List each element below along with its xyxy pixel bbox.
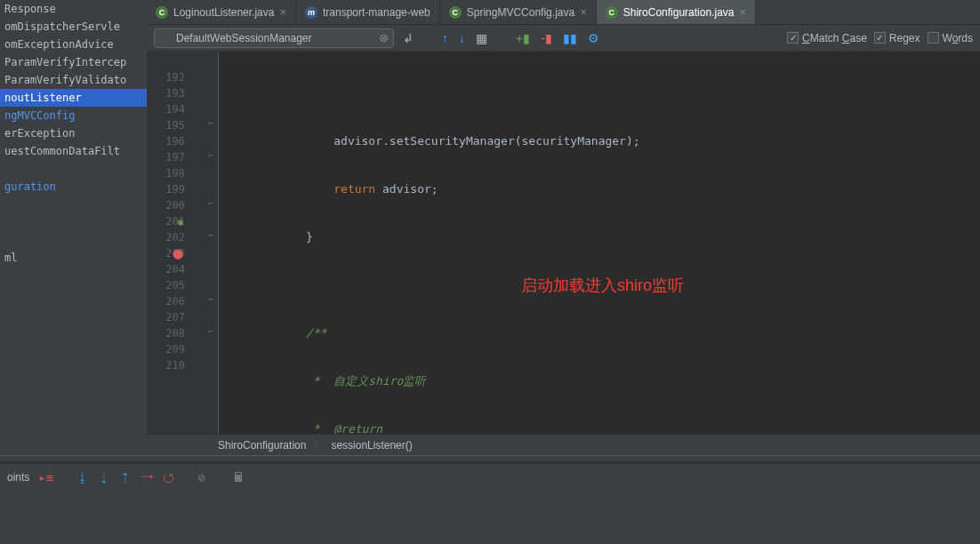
match-case-checkbox[interactable]: ✓CMatch CaseMatch Case	[787, 32, 867, 44]
code-line[interactable]: }	[219, 229, 980, 245]
editor-tabs: C LoginoutListener.java × m transport-ma…	[147, 0, 980, 25]
select-all-icon[interactable]: ▮▮	[561, 31, 579, 45]
class-icon: C	[449, 6, 462, 19]
maven-icon: m	[305, 6, 317, 19]
line-number: 192	[147, 69, 185, 85]
prev-match-icon[interactable]: ↑	[440, 31, 450, 45]
line-number: 193	[147, 85, 185, 101]
breadcrumb[interactable]: ShiroConfiguration 〉 sessionListener()	[147, 434, 980, 455]
tree-item[interactable]: Response	[0, 0, 147, 18]
tree-item[interactable]: ml	[0, 249, 147, 267]
code-editor[interactable]: advisor.setSecurityManager(securityManag…	[219, 52, 980, 434]
close-icon[interactable]: ×	[279, 5, 286, 19]
remove-selection-icon[interactable]: -▮	[539, 31, 554, 45]
line-number: 196	[147, 133, 185, 149]
tree-item[interactable]: guration	[0, 178, 147, 196]
next-match-icon[interactable]: ↓	[457, 31, 467, 45]
code-line[interactable]: * @return	[219, 421, 980, 434]
annotation-text: 启动加载进入shiro监听	[521, 277, 684, 293]
close-icon[interactable]: ×	[580, 5, 587, 19]
line-number: 203⬤	[147, 245, 185, 261]
close-icon[interactable]: ×	[739, 5, 746, 19]
class-icon: C	[156, 6, 168, 19]
line-number: 198	[147, 165, 185, 181]
debug-icon[interactable]: ▸≡	[38, 470, 53, 484]
tree-item[interactable]: ngMVCConfig	[0, 107, 147, 124]
breakpoint-icon[interactable]: ⬤	[173, 246, 183, 262]
clear-icon[interactable]: ⊗	[379, 31, 389, 44]
fold-end-icon[interactable]: ⌐	[205, 324, 218, 340]
tree-item[interactable]: ParamVerifyIntercep	[0, 53, 147, 71]
code-line[interactable]: return advisor;	[219, 181, 980, 197]
step-over-icon[interactable]: ⭳	[76, 470, 89, 484]
tab-springmvcconfig[interactable]: C SpringMVCConfig.java ×	[440, 0, 597, 24]
fold-end-icon[interactable]: ⌐	[205, 116, 218, 132]
step-out-icon[interactable]: ⭫	[119, 470, 132, 484]
fold-start-icon[interactable]: ⌐	[205, 228, 218, 244]
class-icon: C	[606, 6, 618, 19]
line-number: 208	[147, 325, 185, 341]
tab-loginoutlistener[interactable]: C LoginoutListener.java ×	[147, 0, 296, 24]
code-line[interactable]: * 自定义shiro监听	[219, 373, 980, 389]
tree-item	[0, 213, 147, 231]
tree-item	[0, 231, 147, 249]
evaluate-icon[interactable]: ⭯	[162, 470, 174, 484]
chevron-right-icon: 〉	[313, 437, 324, 452]
step-into-icon[interactable]: ⭭	[98, 470, 110, 484]
project-tree[interactable]: Response omDispatcherServle omExceptionA…	[0, 0, 147, 455]
bean-icon[interactable]: ◉	[177, 214, 183, 230]
gutter[interactable]: 192 193 194 195 196 197 198 199 200 201◉…	[147, 52, 205, 434]
tab-shiroconfiguration[interactable]: C ShiroConfiguration.java ×	[597, 0, 756, 24]
panel-divider[interactable]	[0, 455, 980, 462]
fold-column[interactable]: ⌐ ⌐ ⌐ ⌐ ⌐ ⌐	[205, 52, 219, 434]
words-checkbox[interactable]: Words	[928, 32, 973, 44]
breadcrumb-item[interactable]: sessionListener()	[331, 439, 412, 452]
line-number: 209	[147, 341, 185, 357]
tab-label: transport-manage-web	[323, 6, 430, 19]
line-number	[147, 53, 185, 69]
line-number: 200	[147, 197, 185, 213]
filter-icon[interactable]: ▦	[474, 31, 489, 45]
code-line[interactable]: advisor.setSecurityManager(securityManag…	[219, 133, 980, 149]
find-bar: 🔍︎ ⊗ ↲ ↑ ↓ ▦ +▮ -▮ ▮▮ ⚙ ✓CMatch CaseMatc…	[147, 25, 980, 52]
panel-label: oints	[7, 471, 29, 484]
tree-item[interactable]: erException	[0, 124, 147, 142]
line-number: 194	[147, 101, 185, 117]
line-number: 205	[147, 277, 185, 293]
enter-icon[interactable]: ↲	[401, 31, 415, 45]
settings-icon[interactable]: ⚙	[586, 31, 601, 45]
tree-item[interactable]: uestCommonDataFilt	[0, 142, 147, 160]
tree-item-selected[interactable]: noutListener	[0, 89, 147, 107]
debug-panel: oints ▸≡ ⭳ ⭭ ⭫ ⭬ ⭯ ⊘ 🖩	[0, 462, 980, 516]
tab-label: ShiroConfiguration.java	[623, 6, 735, 19]
mute-icon[interactable]: ⊘	[197, 470, 205, 484]
tab-label: LoginoutListener.java	[173, 6, 274, 19]
line-number: 201◉	[147, 213, 185, 229]
code-line[interactable]: /**	[219, 325, 980, 341]
tree-item	[0, 196, 147, 213]
line-number: 195	[147, 117, 185, 133]
regex-checkbox[interactable]: ✓Regex	[874, 32, 920, 44]
line-number: 202	[147, 229, 185, 245]
breadcrumb-item[interactable]: ShiroConfiguration	[218, 439, 306, 452]
editor-area: C LoginoutListener.java × m transport-ma…	[147, 0, 980, 455]
line-number: 197	[147, 149, 185, 165]
fold-end-icon[interactable]: ⌐	[205, 196, 218, 212]
add-selection-icon[interactable]: +▮	[514, 31, 532, 45]
tab-label: SpringMVCConfig.java	[467, 6, 574, 19]
tree-item[interactable]: omExceptionAdvice	[0, 36, 147, 53]
line-number: 204	[147, 261, 185, 277]
line-number: 199	[147, 181, 185, 197]
run-to-cursor-icon[interactable]: ⭬	[141, 470, 153, 484]
line-number: 206	[147, 293, 185, 309]
tree-item[interactable]: omDispatcherServle	[0, 18, 147, 36]
fold-end-icon[interactable]: ⌐	[205, 292, 218, 308]
tree-item[interactable]: ParamVerifyValidato	[0, 71, 147, 89]
tree-item	[0, 160, 147, 178]
tab-transport-manage-web[interactable]: m transport-manage-web	[296, 0, 440, 24]
calculator-icon[interactable]: 🖩	[232, 470, 245, 484]
fold-start-icon[interactable]: ⌐	[205, 148, 218, 164]
find-input[interactable]	[154, 28, 394, 48]
line-number: 210	[147, 357, 185, 373]
line-number: 207	[147, 309, 185, 325]
